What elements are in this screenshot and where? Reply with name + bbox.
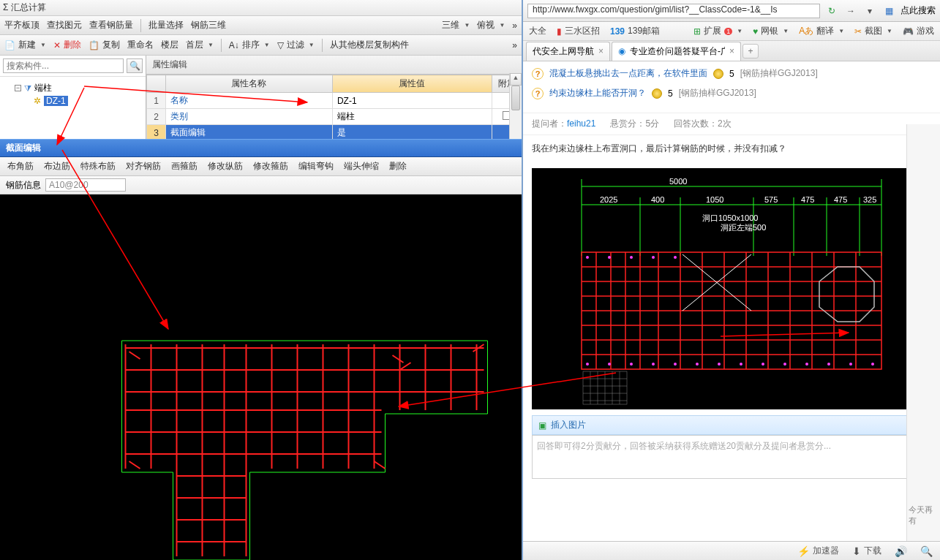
collapse-icon[interactable]: − xyxy=(15,85,21,91)
mail-icon: 139 xyxy=(610,26,625,37)
dim: 1050 xyxy=(706,195,723,204)
tab-bar: 代安全上网导航 × ◉ 专业造价问题答疑平台-广联达 × + xyxy=(523,41,940,61)
floor-dropdown[interactable]: 楼层 xyxy=(161,39,178,51)
new-tab-button[interactable]: + xyxy=(742,44,759,58)
col-value: 属性值 xyxy=(332,75,492,93)
zoom-icon: 🔍 xyxy=(920,545,933,557)
question-link[interactable]: 约束边缘柱上能否开洞？ xyxy=(549,87,646,99)
chevron-down-icon: ▼ xyxy=(40,42,46,48)
end-extend-button[interactable]: 端头伸缩 xyxy=(344,160,379,173)
svg-point-66 xyxy=(586,363,589,366)
chevron-down-icon: ▼ xyxy=(264,42,270,48)
edit-hook-button[interactable]: 编辑弯钩 xyxy=(298,160,334,173)
overflow-button[interactable]: » xyxy=(512,20,517,31)
search-input[interactable] xyxy=(3,58,124,73)
label: 游戏 xyxy=(917,25,934,37)
first-floor-dropdown[interactable]: 首层▼ xyxy=(186,39,214,51)
bounty: 悬赏分：5分 xyxy=(610,118,659,130)
refresh-button[interactable]: ↻ xyxy=(824,4,839,18)
question-link[interactable]: 混凝土板悬挑出去一点距离，在软件里面 xyxy=(549,67,707,80)
label: 过滤 xyxy=(287,39,304,51)
bank-button[interactable]: ♥网银▼ xyxy=(753,25,789,37)
draw-stirrup-button[interactable]: 画箍筋 xyxy=(171,160,198,173)
translate-button[interactable]: Aあ翻译▼ xyxy=(799,25,844,37)
table-row[interactable]: 2 类别 端柱 xyxy=(147,109,522,125)
gamepad-icon: 🎮 xyxy=(903,26,914,37)
chevron-down-icon: ▼ xyxy=(464,22,470,29)
separator xyxy=(322,39,323,52)
label: 平齐板顶 xyxy=(4,19,40,31)
bookmark-139mail[interactable]: 139139邮箱 xyxy=(610,25,660,37)
screenshot-button[interactable]: ✂截图▼ xyxy=(854,25,892,37)
scroll-up-button[interactable]: ▲ xyxy=(510,73,522,86)
extensions-button[interactable]: ⊞扩展1▼ xyxy=(693,25,742,37)
tab-fwxgx[interactable]: ◉ 专业造价问题答疑平台-广联达 × xyxy=(612,42,741,61)
batch-sel-button[interactable]: 批量选择 xyxy=(148,19,184,31)
mod-long-button[interactable]: 修改纵筋 xyxy=(208,160,243,173)
question-item[interactable]: ? 混凝土板悬挑出去一点距离，在软件里面 5 [钢筋抽样GGJ2013] xyxy=(532,67,931,80)
svg-point-75 xyxy=(783,363,786,366)
question-list: ? 混凝土板悬挑出去一点距离，在软件里面 5 [钢筋抽样GGJ2013] ? 约… xyxy=(523,61,940,113)
overflow-button[interactable]: » xyxy=(512,40,517,50)
view-rebar-button[interactable]: 查看钢筋量 xyxy=(89,19,133,31)
zoom-button[interactable]: 🔍 xyxy=(920,545,933,557)
insert-image-button[interactable]: 插入图片 xyxy=(551,419,586,431)
tree-label: 端柱 xyxy=(34,82,52,94)
prop-value[interactable]: 端柱 xyxy=(332,109,492,125)
question-tag: [钢筋抽样GGJ2013] xyxy=(740,67,818,80)
new-button[interactable]: 📄新建▼ xyxy=(4,39,46,51)
side-rebar-button[interactable]: 布边筋 xyxy=(44,160,70,173)
align-rebar-button[interactable]: 对齐钢筋 xyxy=(126,160,161,173)
table-row[interactable]: 1 名称 DZ-1 xyxy=(147,93,522,109)
asker-name[interactable]: feihu21 xyxy=(567,118,595,129)
copy-button[interactable]: 📋复制 xyxy=(89,39,120,51)
delete-button[interactable]: 删除 xyxy=(389,160,407,173)
sort-button[interactable]: A↓排序▼ xyxy=(229,39,270,51)
answer-textarea[interactable]: 回答即可得2分贡献分，回答被采纳获得系统赠送20贡献分及提问者悬赏分... xyxy=(532,435,931,479)
find-elem-button[interactable]: 查找图元 xyxy=(47,19,82,31)
sum-calc-button[interactable]: Σ 汇总计算 xyxy=(3,1,46,14)
accelerator-button[interactable]: ⚡加速器 xyxy=(797,545,839,557)
svg-point-79 xyxy=(871,363,874,366)
game-button[interactable]: 🎮游戏 xyxy=(903,25,934,37)
svg-point-67 xyxy=(608,363,611,366)
volume-button[interactable]: 🔊 xyxy=(895,545,907,557)
label: 排序 xyxy=(242,39,260,51)
special-rebar-button[interactable]: 特殊布筋 xyxy=(80,160,116,173)
search-hint[interactable]: 点此搜索 xyxy=(900,4,936,17)
rebar-info-input[interactable] xyxy=(45,178,126,192)
bookmark-daquan[interactable]: 大全 xyxy=(529,25,546,37)
dim: 2025 xyxy=(600,195,617,204)
copy-from-other-button[interactable]: 从其他楼层复制构件 xyxy=(330,39,409,51)
question-meta: 提问者：feihu21 悬赏分：5分 回答次数：2次 xyxy=(523,113,940,135)
tab-nav[interactable]: 代安全上网导航 × xyxy=(526,42,610,61)
rebar-3d-button[interactable]: 钢筋三维 xyxy=(191,19,226,31)
svg-point-77 xyxy=(827,363,830,366)
close-icon[interactable]: × xyxy=(729,46,734,56)
tree-node-root[interactable]: − ⧩ 端柱 xyxy=(4,81,141,95)
mod-stirrup-button[interactable]: 修改箍筋 xyxy=(253,160,288,173)
corner-rebar-button[interactable]: 布角筋 xyxy=(7,160,34,173)
rename-button[interactable]: 重命名 xyxy=(127,39,154,51)
label: 从其他楼层复制构件 xyxy=(330,39,409,51)
flat-top-button[interactable]: 平齐板顶 xyxy=(4,19,40,31)
scroll-thumb[interactable] xyxy=(511,86,520,110)
go-button[interactable]: → xyxy=(843,4,858,18)
section-toolbar: 布角筋 布边筋 特殊布筋 对齐钢筋 画箍筋 修改纵筋 修改箍筋 编辑弯钩 端头伸… xyxy=(0,157,522,176)
left-app: Σ 汇总计算 平齐板顶 查找图元 查看钢筋量 批量选择 钢筋三维 三维▼ 俯视▼… xyxy=(0,0,523,560)
bird-view-button[interactable]: 俯视▼ xyxy=(477,19,505,31)
dropdown-icon[interactable]: ▾ xyxy=(862,4,877,18)
url-input[interactable]: http://www.fwxgx.com/question/giml/list?… xyxy=(527,4,820,18)
filter-button[interactable]: ▽过滤▼ xyxy=(277,39,315,51)
bookmark-sanshui[interactable]: ▮三水区招 xyxy=(557,25,600,37)
col-name: 属性名称 xyxy=(166,75,333,93)
cad-canvas[interactable] xyxy=(0,194,522,560)
close-icon[interactable]: × xyxy=(598,46,604,56)
question-item[interactable]: ? 约束边缘柱上能否开洞？ 5 [钢筋抽样GGJ2013] xyxy=(532,87,931,99)
delete-button[interactable]: ✕删除 xyxy=(53,39,81,51)
tree-node-dz1[interactable]: ✲ DZ-1 xyxy=(4,95,141,107)
prop-value[interactable]: DZ-1 xyxy=(332,93,492,109)
download-button[interactable]: ⬇下载 xyxy=(852,545,881,557)
search-button[interactable]: 🔍 xyxy=(127,58,143,73)
three-d-button[interactable]: 三维▼ xyxy=(442,19,470,31)
